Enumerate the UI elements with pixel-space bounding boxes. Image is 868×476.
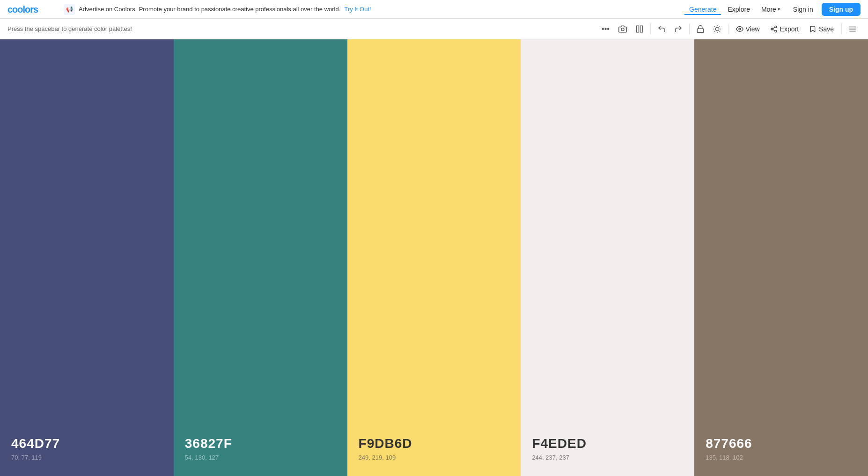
svg-line-19: [772, 27, 775, 29]
ad-icon: 📢: [64, 4, 75, 15]
nav-generate[interactable]: Generate: [684, 4, 721, 15]
save-label: Save: [819, 25, 834, 33]
color-hex-4: 877666: [706, 436, 857, 451]
undo-button[interactable]: [654, 21, 669, 37]
undo-icon: [657, 25, 666, 33]
toolbar: Press the spacebar to generate color pal…: [0, 19, 868, 39]
camera-icon: [618, 25, 627, 33]
bookmark-icon: [809, 25, 817, 33]
color-rgb-1: 54, 130, 127: [185, 454, 336, 461]
export-label: Export: [780, 25, 799, 33]
camera-button[interactable]: [615, 21, 631, 37]
color-rgb-4: 135, 118, 102: [706, 454, 857, 461]
color-hex-2: F9DB6D: [359, 436, 510, 451]
menu-icon: [848, 25, 857, 33]
svg-line-13: [719, 26, 720, 27]
svg-point-14: [739, 28, 741, 30]
svg-line-8: [714, 26, 715, 27]
color-rgb-2: 249, 219, 109: [359, 454, 510, 461]
ad-banner: 📢 Advertise on Coolors Promote your bran…: [64, 4, 371, 15]
ellipsis-icon: •••: [602, 25, 610, 33]
signup-button[interactable]: Sign up: [822, 3, 861, 16]
nav-more[interactable]: More ▾: [757, 4, 785, 15]
chevron-down-icon: ▾: [778, 7, 780, 12]
view-label: View: [746, 25, 760, 33]
lock-button[interactable]: [692, 21, 708, 37]
hamburger-button[interactable]: [845, 21, 861, 37]
logo[interactable]: coolors: [7, 4, 54, 15]
redo-button[interactable]: [670, 21, 686, 37]
sun-button[interactable]: [709, 21, 725, 37]
color-swatch-1[interactable]: 36827F54, 130, 127: [174, 39, 347, 476]
layout-button[interactable]: [632, 21, 647, 37]
color-swatch-3[interactable]: F4EDED244, 237, 237: [521, 39, 694, 476]
svg-text:coolors: coolors: [7, 4, 38, 15]
svg-line-18: [772, 30, 775, 31]
layout-icon: [635, 25, 644, 33]
lock-icon: [696, 25, 705, 33]
eye-icon: [736, 25, 743, 33]
sun-icon: [713, 25, 721, 33]
ad-link[interactable]: Try It Out!: [344, 6, 371, 13]
color-hex-0: 464D77: [11, 436, 162, 451]
redo-icon: [674, 25, 683, 33]
svg-point-17: [775, 30, 777, 32]
color-swatch-0[interactable]: 464D7770, 77, 119: [0, 39, 174, 476]
svg-line-9: [719, 31, 720, 31]
color-rgb-0: 70, 77, 119: [11, 454, 162, 461]
export-button[interactable]: Export: [765, 23, 803, 35]
toolbar-divider-1: [650, 24, 651, 34]
color-palette: 464D7770, 77, 11936827F54, 130, 127F9DB6…: [0, 39, 868, 476]
svg-rect-4: [697, 29, 704, 32]
top-nav: coolors 📢 Advertise on Coolors Promote y…: [0, 0, 868, 19]
nav-right: Generate Explore More ▾ Sign in Sign up: [684, 3, 861, 16]
signin-button[interactable]: Sign in: [787, 3, 820, 15]
svg-point-5: [715, 27, 719, 31]
ad-description: Promote your brand to passionate creativ…: [139, 6, 341, 13]
color-hex-1: 36827F: [185, 436, 336, 451]
export-icon: [770, 25, 778, 33]
more-options-button[interactable]: •••: [598, 21, 614, 37]
toolbar-divider-2: [689, 24, 690, 34]
toolbar-actions: •••: [598, 21, 861, 37]
save-button[interactable]: Save: [804, 23, 839, 35]
svg-point-1: [621, 28, 624, 30]
nav-explore[interactable]: Explore: [723, 4, 754, 15]
toolbar-hint: Press the spacebar to generate color pal…: [7, 25, 594, 32]
color-swatch-4[interactable]: 877666135, 118, 102: [694, 39, 868, 476]
svg-rect-3: [640, 26, 642, 32]
svg-rect-2: [636, 26, 639, 32]
toolbar-divider-4: [841, 24, 842, 34]
color-swatch-2[interactable]: F9DB6D249, 219, 109: [347, 39, 521, 476]
svg-line-12: [714, 31, 715, 31]
color-rgb-3: 244, 237, 237: [532, 454, 683, 461]
ad-title: Advertise on Coolors: [79, 6, 135, 13]
svg-point-16: [771, 28, 773, 30]
view-button[interactable]: View: [731, 23, 765, 35]
color-hex-3: F4EDED: [532, 436, 683, 451]
nav-more-label: More: [761, 6, 776, 13]
svg-point-15: [775, 26, 777, 28]
toolbar-divider-3: [728, 24, 728, 34]
